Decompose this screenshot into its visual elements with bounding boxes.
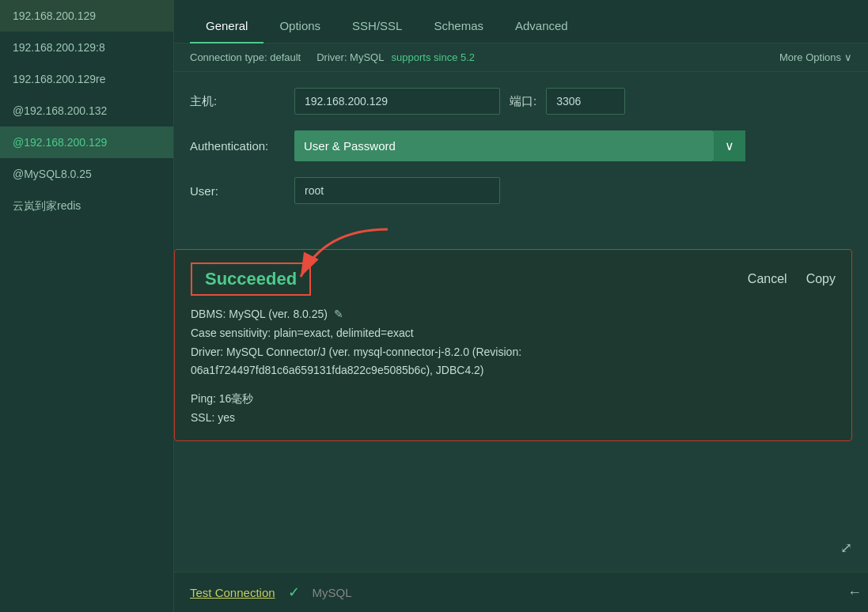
more-options-button[interactable]: More Options ∨ bbox=[779, 51, 852, 63]
success-popup: Succeeded Cancel Copy DBMS: MySQL (ver. … bbox=[174, 249, 852, 441]
check-icon: ✓ bbox=[288, 584, 300, 601]
driver-label: Driver: MySQL supports since 5.2 bbox=[316, 51, 475, 63]
tab-general[interactable]: General bbox=[190, 9, 263, 43]
sidebar-item-3[interactable]: 192.168.200.129re bbox=[0, 63, 173, 95]
popup-content: DBMS: MySQL (ver. 8.0.25) ✎ Case sensiti… bbox=[191, 305, 836, 428]
content-panel: General Options SSH/SSL Schemas Advanced… bbox=[174, 0, 868, 612]
host-port-row: 主机: 端口: bbox=[190, 88, 852, 115]
user-input[interactable] bbox=[294, 177, 500, 204]
sidebar-item-4[interactable]: @192.168.200.132 bbox=[0, 95, 173, 127]
tab-advanced[interactable]: Advanced bbox=[499, 9, 584, 43]
copy-button[interactable]: Copy bbox=[806, 272, 836, 286]
driver-highlight: supports since 5.2 bbox=[392, 51, 476, 63]
host-input[interactable] bbox=[294, 88, 500, 115]
driver-line: Driver: MySQL Connector/J (ver. mysql-co… bbox=[191, 343, 836, 362]
dbms-line: DBMS: MySQL (ver. 8.0.25) ✎ bbox=[191, 305, 836, 324]
auth-row: Authentication: User & Password ∨ bbox=[190, 130, 852, 161]
succeeded-label: Succeeded bbox=[191, 263, 311, 296]
host-label: 主机: bbox=[190, 94, 285, 109]
cancel-button[interactable]: Cancel bbox=[748, 272, 787, 286]
success-header: Succeeded Cancel Copy bbox=[191, 263, 836, 296]
user-row: User: bbox=[190, 177, 852, 204]
auth-select-container: User & Password ∨ bbox=[294, 130, 745, 161]
edit-icon[interactable]: ✎ bbox=[334, 305, 343, 324]
sidebar-item-1[interactable]: 192.168.200.129 bbox=[0, 0, 173, 32]
ssl-line: SSL: yes bbox=[191, 409, 836, 428]
port-input[interactable] bbox=[546, 88, 625, 115]
sidebar-item-5[interactable]: @192.168.200.129 bbox=[0, 127, 173, 158]
sidebar-item-6[interactable]: @MySQL8.0.25 bbox=[0, 158, 173, 190]
sidebar-item-7[interactable]: 云岚到家redis bbox=[0, 190, 173, 223]
case-sensitivity-line: Case sensitivity: plain=exact, delimited… bbox=[191, 324, 836, 343]
conn-info-bar: Connection type: default Driver: MySQL s… bbox=[174, 43, 868, 72]
mysql-label: MySQL bbox=[313, 586, 352, 599]
driver-line2: 06a1f724497fd81c6a659131fda822c9e5085b6c… bbox=[191, 361, 836, 380]
connection-type-label: Connection type: default bbox=[190, 51, 301, 63]
sidebar: 192.168.200.129 192.168.200.129:8 192.16… bbox=[0, 0, 174, 612]
expand-icon[interactable]: ⤢ bbox=[840, 539, 852, 557]
back-icon[interactable]: ← bbox=[847, 584, 862, 601]
test-connection-button[interactable]: Test Connection bbox=[190, 586, 275, 599]
tab-bar: General Options SSH/SSL Schemas Advanced bbox=[174, 0, 868, 43]
main-layout: 192.168.200.129 192.168.200.129:8 192.16… bbox=[0, 0, 868, 612]
bottom-bar: Test Connection ✓ MySQL bbox=[174, 572, 868, 612]
auth-select[interactable]: User & Password bbox=[294, 130, 714, 161]
more-options-chevron-icon: ∨ bbox=[844, 51, 852, 63]
user-label: User: bbox=[190, 184, 285, 198]
tab-sshssl[interactable]: SSH/SSL bbox=[336, 9, 418, 43]
auth-chevron-icon[interactable]: ∨ bbox=[714, 130, 745, 161]
sidebar-item-2[interactable]: 192.168.200.129:8 bbox=[0, 32, 173, 63]
auth-label: Authentication: bbox=[190, 139, 285, 153]
tab-schemas[interactable]: Schemas bbox=[418, 9, 499, 43]
popup-actions: Cancel Copy bbox=[748, 272, 836, 286]
port-label: 端口: bbox=[510, 94, 536, 109]
ping-line: Ping: 16毫秒 bbox=[191, 390, 836, 409]
tab-options[interactable]: Options bbox=[263, 9, 336, 43]
